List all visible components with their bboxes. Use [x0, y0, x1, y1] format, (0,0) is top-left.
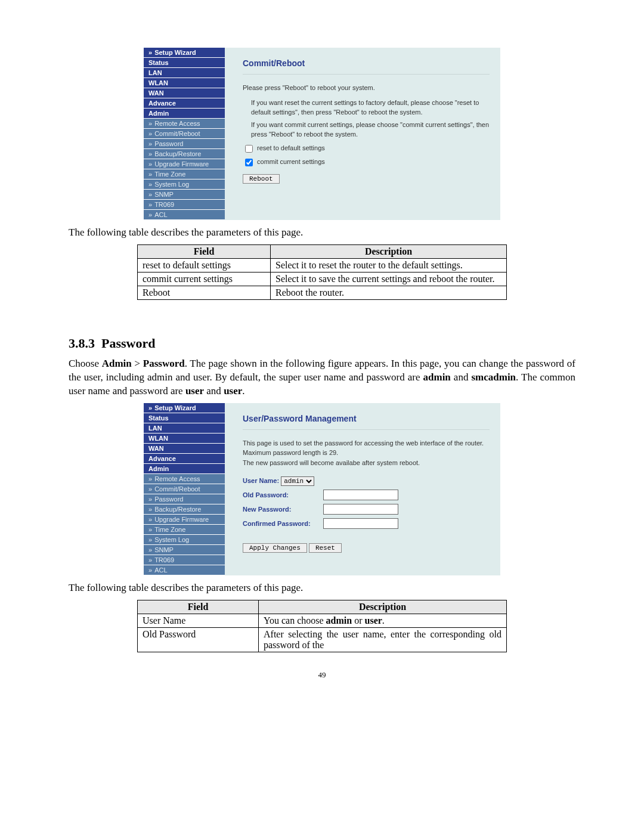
user-name-select[interactable]: admin: [281, 476, 314, 486]
sidebar2-snmp[interactable]: SNMP: [144, 545, 225, 555]
sidebar2-setup-wizard[interactable]: Setup Wizard: [144, 403, 225, 413]
commit-reboot-line1: Please press "Reboot" to reboot your sys…: [243, 83, 490, 93]
sidebar-acl[interactable]: ACL: [144, 210, 225, 220]
t2-r2-field: Old Password: [138, 627, 259, 652]
sidebar-snmp[interactable]: SNMP: [144, 190, 225, 200]
sidebar-backup-restore[interactable]: Backup/Restore: [144, 149, 225, 159]
figure-commit-reboot: Setup Wizard Status LAN WLAN WAN Advance…: [144, 48, 500, 220]
pane-title-password: User/Password Management: [243, 414, 490, 430]
sidebar2-advance[interactable]: Advance: [144, 454, 225, 464]
sidebar-status[interactable]: Status: [144, 58, 225, 68]
pane-title-commit-reboot: Commit/Reboot: [243, 58, 490, 75]
sidebar-setup-wizard[interactable]: Setup Wizard: [144, 48, 225, 58]
t2-r1-field: User Name: [138, 614, 259, 627]
sidebar2-wan[interactable]: WAN: [144, 444, 225, 454]
commit-reboot-line2: If you want reset the current settings t…: [251, 98, 490, 117]
confirmed-password-label: Confirmed Password:: [243, 519, 321, 529]
t1-r1-desc: Select it to reset the router to the def…: [271, 258, 507, 272]
old-password-input[interactable]: [323, 490, 398, 500]
t1-r3-desc: Reboot the router.: [271, 286, 507, 299]
table1-header-field: Field: [138, 244, 271, 258]
t1-r2-field: commit current settings: [138, 272, 271, 286]
figure-password: Setup Wizard Status LAN WLAN WAN Advance…: [144, 403, 500, 575]
t2-r1-desc: You can choose admin or user.: [259, 614, 507, 627]
table2-header-field: Field: [138, 600, 259, 614]
reboot-button[interactable]: Reboot: [243, 174, 280, 184]
t1-r3-field: Reboot: [138, 286, 271, 299]
confirmed-password-input[interactable]: [323, 518, 398, 529]
reset-button[interactable]: Reset: [309, 543, 342, 553]
table2-intro: The following table describes the parame…: [69, 581, 575, 595]
t1-r2-desc: Select it to save the current settings a…: [271, 272, 507, 286]
commit-current-checkbox[interactable]: [245, 159, 253, 166]
sidebar-upgrade-firmware[interactable]: Upgrade Firmware: [144, 159, 225, 169]
sidebar2-admin[interactable]: Admin: [144, 464, 225, 474]
sidebar-admin[interactable]: Admin: [144, 109, 225, 119]
sidebar2-system-log[interactable]: System Log: [144, 535, 225, 545]
sidebar-lan[interactable]: LAN: [144, 68, 225, 78]
sidebar2-status[interactable]: Status: [144, 413, 225, 423]
password-intro-paragraph: Choose Admin > Password. The page shown …: [69, 357, 575, 398]
commit-current-label: commit current settings: [257, 158, 325, 165]
commit-reboot-line3: If you want commit current settings, ple…: [251, 120, 490, 140]
t2-r2-desc: After selecting the user name, enter the…: [259, 627, 507, 652]
section-heading: 3.8.3 Password: [69, 336, 575, 351]
sidebar-time-zone[interactable]: Time Zone: [144, 169, 225, 179]
pw-desc-2: Maximum password length is 29.: [243, 448, 490, 458]
sidebar2-commit-reboot[interactable]: Commit/Reboot: [144, 484, 225, 494]
table1-header-desc: Description: [271, 244, 507, 258]
sidebar-tr069[interactable]: TR069: [144, 200, 225, 210]
parameters-table-2: Field Description User Name You can choo…: [137, 600, 507, 652]
t1-r1-field: reset to default settings: [138, 258, 271, 272]
sidebar2-acl[interactable]: ACL: [144, 565, 225, 575]
sidebar-password[interactable]: Password: [144, 139, 225, 149]
sidebar2-backup-restore[interactable]: Backup/Restore: [144, 504, 225, 515]
sidebar2-time-zone[interactable]: Time Zone: [144, 525, 225, 535]
table2-header-desc: Description: [259, 600, 507, 614]
parameters-table-1: Field Description reset to default setti…: [137, 244, 507, 300]
pw-desc-3: The new password will become availabe af…: [243, 458, 490, 468]
reset-default-label: reset to default settings: [257, 144, 325, 151]
sidebar-wan[interactable]: WAN: [144, 88, 225, 98]
sidebar2-upgrade-firmware[interactable]: Upgrade Firmware: [144, 515, 225, 525]
user-name-label: User Name:: [243, 476, 279, 486]
sidebar-advance[interactable]: Advance: [144, 98, 225, 109]
sidebar2-tr069[interactable]: TR069: [144, 555, 225, 565]
new-password-label: New Password:: [243, 504, 321, 515]
page-number: 49: [69, 670, 575, 680]
sidebar-wlan[interactable]: WLAN: [144, 78, 225, 88]
sidebar-remote-access[interactable]: Remote Access: [144, 119, 225, 129]
sidebar2-wlan[interactable]: WLAN: [144, 433, 225, 444]
sidebar2-remote-access[interactable]: Remote Access: [144, 474, 225, 484]
table1-intro: The following table describes the parame…: [69, 226, 575, 240]
new-password-input[interactable]: [323, 504, 398, 515]
old-password-label: Old Password:: [243, 490, 321, 500]
apply-changes-button[interactable]: Apply Changes: [243, 543, 307, 553]
reset-default-checkbox[interactable]: [245, 145, 253, 153]
sidebar2-lan[interactable]: LAN: [144, 423, 225, 433]
sidebar-commit-reboot[interactable]: Commit/Reboot: [144, 129, 225, 139]
pw-desc-1: This page is used to set the password fo…: [243, 438, 490, 448]
sidebar2-password[interactable]: Password: [144, 494, 225, 504]
sidebar-system-log[interactable]: System Log: [144, 179, 225, 190]
